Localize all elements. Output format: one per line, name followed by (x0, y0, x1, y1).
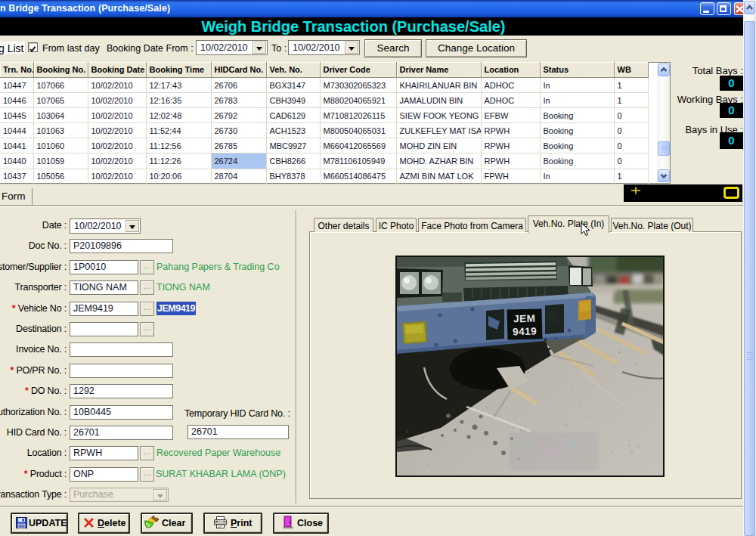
svg-text:9419: 9419 (513, 326, 537, 338)
svg-text:JEM: JEM (513, 313, 536, 325)
